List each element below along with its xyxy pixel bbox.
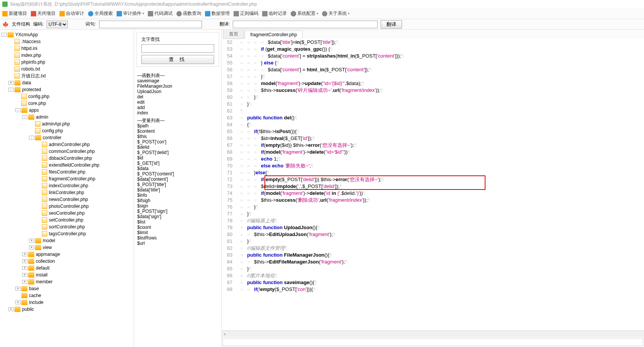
expand-icon[interactable]: + <box>15 300 21 304</box>
func-item[interactable]: index <box>137 110 218 116</box>
func-item[interactable]: edit <box>137 100 218 105</box>
expand-icon[interactable]: - <box>2 33 7 37</box>
toolbar-新建项目[interactable]: 新建项目 <box>2 10 27 17</box>
var-item[interactable]: $data['title'] <box>137 187 218 193</box>
tree-item[interactable]: -admin <box>0 114 134 120</box>
tree-item[interactable]: core.php <box>0 100 134 107</box>
tree-item[interactable]: +public <box>0 306 134 313</box>
tree-item[interactable]: +model <box>0 237 134 244</box>
tree-item[interactable]: tagsController.php <box>0 230 134 237</box>
expand-icon[interactable]: - <box>15 108 21 112</box>
var-item[interactable]: $data['sign'] <box>137 214 218 219</box>
tree-item[interactable]: sortController.php <box>0 223 134 230</box>
var-item[interactable]: $delid <box>137 145 218 150</box>
search-input[interactable] <box>141 44 214 53</box>
tree-item[interactable]: robots.txt <box>0 66 134 72</box>
tree-item[interactable]: httpd.ini <box>0 45 134 52</box>
tree-item[interactable]: fragmentController.php <box>0 175 134 182</box>
func-item[interactable]: saveimage <box>137 78 218 84</box>
tree-item[interactable]: +include <box>0 299 134 306</box>
tree-item[interactable]: commonController.php <box>0 148 134 155</box>
var-item[interactable]: $_POST['title'] <box>137 182 218 187</box>
tree-item[interactable]: -apps <box>0 107 134 114</box>
func-item[interactable]: add <box>137 105 218 110</box>
tree-item[interactable]: phpinfo.php <box>0 59 134 66</box>
tree-item[interactable]: cache <box>0 292 134 299</box>
expand-icon[interactable]: + <box>8 307 14 311</box>
tree-item[interactable]: newsController.php <box>0 196 134 203</box>
expand-icon[interactable]: - <box>29 136 34 140</box>
search-button[interactable]: 查 找 <box>141 55 214 64</box>
file-tree[interactable]: -YXcmsApp.htaccesshttpd.iniindex.phpphpi… <box>0 30 134 347</box>
translate-input[interactable] <box>233 21 378 28</box>
tree-item[interactable]: config.php <box>0 127 134 134</box>
tree-item[interactable]: -controller <box>0 134 134 141</box>
expand-icon[interactable]: + <box>15 287 21 291</box>
var-item[interactable]: $listRows <box>137 235 218 241</box>
expand-icon[interactable]: + <box>29 239 34 243</box>
var-item[interactable]: $_POST['content'] <box>137 171 218 177</box>
tree-item[interactable]: -protected <box>0 86 134 93</box>
translate-button[interactable]: 翻译 <box>381 20 402 29</box>
tree-item[interactable]: config.php <box>0 93 134 100</box>
toolbar-系统配置[interactable]: 系统配置▾ <box>291 10 318 17</box>
tree-item[interactable]: +collection <box>0 258 134 265</box>
toolbar-代码调试[interactable]: 代码调试 <box>148 10 173 17</box>
func-item[interactable]: FileManagerJson <box>137 84 218 89</box>
toolbar-数据管理[interactable]: 数据管理 <box>205 10 230 17</box>
toolbar-函数查询[interactable]: 函数查询 <box>176 10 201 17</box>
status-input[interactable] <box>223 338 643 346</box>
toolbar-正则编码[interactable]: 正则编码 <box>234 10 258 17</box>
var-item[interactable]: $sign <box>137 203 218 209</box>
var-item[interactable]: $ifsigh <box>137 198 218 203</box>
var-item[interactable]: $_POST['con'] <box>137 139 218 145</box>
toolbar-审计插件[interactable]: 审计插件▾ <box>117 10 144 17</box>
func-item[interactable]: del <box>137 94 218 100</box>
symbol-list[interactable]: —函数列表—saveimageFileManagerJsonUploadJson… <box>134 69 221 347</box>
var-item[interactable]: $_POST['delid'] <box>137 150 218 155</box>
tree-item[interactable]: seoController.php <box>0 210 134 217</box>
toolbar-临时记录[interactable]: 临时记录 <box>262 10 287 17</box>
var-item[interactable]: $_POST['sign'] <box>137 209 218 214</box>
tree-item[interactable]: .htaccess <box>0 38 134 45</box>
expand-icon[interactable]: + <box>22 273 27 277</box>
tree-item[interactable]: dbbackController.php <box>0 155 134 162</box>
tree-item[interactable]: +appmanage <box>0 251 134 258</box>
code-editor[interactable]: 5253545556575859606162636465666768697071… <box>222 39 644 330</box>
tab-file[interactable]: fragmentController.php <box>245 31 303 39</box>
tree-item[interactable]: index.php <box>0 52 134 59</box>
var-item[interactable]: $list <box>137 219 218 225</box>
tree-item[interactable]: filesController.php <box>0 169 134 175</box>
var-item[interactable]: $path <box>137 123 218 129</box>
var-item[interactable]: $limit <box>137 230 218 235</box>
expand-icon[interactable]: + <box>22 280 27 284</box>
tree-item[interactable]: 升级日志.txt <box>0 72 134 79</box>
tab-home[interactable]: 首页 <box>223 30 244 39</box>
func-item[interactable]: UploadJson <box>137 89 218 94</box>
var-item[interactable]: $content <box>137 129 218 134</box>
word-input[interactable] <box>99 21 202 28</box>
tree-item[interactable]: +data <box>0 79 134 86</box>
tree-item[interactable]: -YXcmsApp <box>0 31 134 38</box>
toolbar-全局搜索[interactable]: 全局搜索 <box>88 10 113 17</box>
expand-icon[interactable]: + <box>22 259 27 263</box>
var-item[interactable]: $count <box>137 225 218 230</box>
tree-item[interactable]: +base <box>0 285 134 292</box>
expand-icon[interactable]: - <box>22 115 27 119</box>
var-item[interactable]: $data['content'] <box>137 177 218 182</box>
expand-icon[interactable]: + <box>22 266 27 270</box>
var-item[interactable]: $data <box>137 166 218 171</box>
tree-item[interactable]: setController.php <box>0 217 134 223</box>
expand-icon[interactable]: - <box>8 88 14 92</box>
code-content[interactable]: » » » » $data['title']=in($_POST['title'… <box>235 39 644 330</box>
toolbar-关于系统[interactable]: 关于系统▾ <box>322 10 349 17</box>
h-scrollbar[interactable]: ‹ <box>222 330 644 337</box>
tree-item[interactable]: adminApi.php <box>0 120 134 127</box>
tree-item[interactable]: extendfieldController.php <box>0 162 134 169</box>
tree-item[interactable]: +install <box>0 271 134 278</box>
toolbar-自动审计[interactable]: 自动审计 <box>59 10 84 17</box>
expand-icon[interactable]: + <box>29 246 34 249</box>
toolbar-关闭项目[interactable]: 关闭项目 <box>31 10 56 17</box>
encoding-select[interactable]: UTF-8 <box>46 21 68 28</box>
var-item[interactable]: $_GET['id'] <box>137 161 218 166</box>
